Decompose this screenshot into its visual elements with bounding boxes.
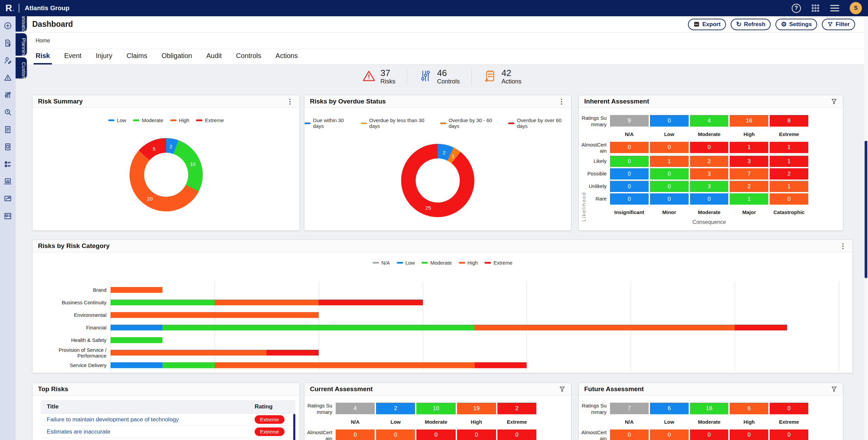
bar-segment-moderate[interactable]	[162, 362, 214, 368]
matrix-cell[interactable]: 2	[730, 181, 768, 192]
tab-obligation[interactable]: Obligation	[161, 52, 192, 64]
kebab-menu-icon[interactable]: ⋮	[839, 243, 847, 249]
matrix-cell[interactable]: 2	[770, 168, 808, 179]
matrix-cell[interactable]: 1	[650, 156, 689, 167]
matrix-cell[interactable]: 0	[610, 142, 649, 153]
matrix-cell[interactable]: 1	[730, 142, 768, 153]
matrix-cell[interactable]: 0	[497, 429, 536, 440]
matrix-cell[interactable]: 0	[610, 181, 649, 192]
summary-cell[interactable]: 6	[730, 403, 768, 414]
sidebar-controls-icon[interactable]	[2, 90, 13, 100]
sidebar-group-custom[interactable]: Custom	[16, 57, 27, 78]
matrix-cell[interactable]: 0	[690, 142, 729, 153]
matrix-cell[interactable]: 0	[416, 429, 455, 440]
bar-segment-high[interactable]	[215, 362, 475, 368]
summary-cell[interactable]: 8	[770, 115, 808, 127]
tab-risk[interactable]: Risk	[36, 52, 50, 64]
bar-segment-high[interactable]	[475, 325, 735, 330]
matrix-cell[interactable]: 0	[457, 429, 496, 440]
summary-cell[interactable]: 10	[416, 403, 455, 414]
filter-funnel-icon[interactable]	[559, 386, 566, 393]
matrix-cell[interactable]: 0	[336, 429, 375, 440]
matrix-cell[interactable]: 0	[650, 168, 689, 179]
breadcrumb[interactable]: Home	[36, 38, 50, 44]
matrix-cell[interactable]: 0	[650, 181, 689, 192]
bar-segment-low[interactable]	[111, 325, 162, 330]
tab-injury[interactable]: Injury	[96, 52, 112, 64]
sidebar-reports-icon[interactable]	[2, 211, 13, 222]
bar-segment-low[interactable]	[111, 362, 162, 368]
matrix-cell[interactable]: 1	[770, 142, 808, 153]
bar-segment-high[interactable]	[215, 300, 319, 305]
filter-funnel-icon[interactable]	[831, 386, 837, 393]
matrix-cell[interactable]: 3	[690, 168, 729, 179]
matrix-cell[interactable]: 0	[610, 429, 649, 440]
tab-controls[interactable]: Controls	[236, 52, 261, 64]
matrix-cell[interactable]: 7	[730, 168, 768, 179]
user-avatar[interactable]: S	[850, 2, 862, 14]
matrix-cell[interactable]: 0	[650, 142, 689, 153]
matrix-cell[interactable]: 3	[690, 181, 729, 192]
sidebar-review-icon[interactable]	[2, 107, 13, 118]
matrix-cell[interactable]: 0	[610, 156, 649, 167]
sidebar-tasks-icon[interactable]	[2, 159, 13, 170]
bar-segment-extreme[interactable]	[319, 300, 423, 305]
summary-cell[interactable]: 19	[457, 403, 496, 414]
bar-segment-moderate[interactable]	[111, 337, 162, 343]
bar-segment-high[interactable]	[111, 287, 162, 293]
summary-cell[interactable]: 4	[336, 403, 375, 414]
filter-button[interactable]: Filter	[822, 19, 855, 30]
sidebar-add-icon[interactable]	[2, 20, 13, 31]
hamburger-menu-icon[interactable]	[830, 4, 840, 12]
sidebar-document-icon[interactable]	[2, 124, 13, 135]
sidebar-policy-icon[interactable]	[2, 141, 13, 152]
bar-segment-extreme[interactable]	[475, 362, 527, 368]
matrix-cell[interactable]: 0	[770, 429, 808, 440]
sidebar-analytics-icon[interactable]	[2, 176, 13, 187]
bar-segment-moderate[interactable]	[111, 300, 215, 305]
kebab-menu-icon[interactable]: ⋮	[286, 98, 294, 105]
bar-segment-high[interactable]	[111, 350, 267, 356]
risk-title-link[interactable]: Estimates are inaccurate	[41, 428, 255, 435]
matrix-cell[interactable]: 0	[770, 193, 808, 205]
tab-actions[interactable]: Actions	[276, 52, 298, 64]
sidebar-risk-icon[interactable]	[2, 72, 13, 83]
bar-segment-moderate[interactable]	[162, 325, 475, 330]
refresh-button[interactable]: ↻ Refresh	[731, 19, 771, 30]
summary-cell[interactable]: 0	[650, 115, 689, 127]
bar-segment-high[interactable]	[111, 312, 319, 318]
sidebar-group-planning[interactable]: Planning	[16, 33, 27, 56]
matrix-cell[interactable]: 0	[690, 429, 729, 440]
risk-title-link[interactable]: Failure to maintain development pace of …	[41, 416, 255, 423]
sidebar-performance-icon[interactable]	[2, 193, 13, 204]
matrix-cell[interactable]: 0	[730, 429, 768, 440]
export-button[interactable]: PDF Export	[688, 19, 726, 30]
filter-funnel-icon[interactable]	[831, 98, 837, 105]
tab-event[interactable]: Event	[64, 52, 81, 64]
help-icon[interactable]: ?	[792, 4, 801, 13]
page-scrollbar-track[interactable]	[864, 16, 868, 440]
matrix-cell[interactable]: 3	[730, 156, 768, 167]
logo[interactable]: R.	[5, 3, 15, 14]
sidebar-user-edit-icon[interactable]	[2, 55, 13, 66]
matrix-cell[interactable]: 1	[770, 181, 808, 192]
summary-cell[interactable]: 7	[610, 403, 649, 414]
matrix-cell[interactable]: 0	[650, 429, 689, 440]
summary-cell[interactable]: 0	[770, 403, 808, 414]
bar-segment-extreme[interactable]	[735, 325, 787, 330]
summary-cell[interactable]: 2	[376, 403, 415, 414]
summary-cell[interactable]: 4	[690, 115, 729, 127]
table-scrollbar-thumb[interactable]	[293, 414, 295, 440]
matrix-cell[interactable]: 0	[610, 193, 649, 205]
summary-cell[interactable]: 16	[730, 115, 768, 127]
matrix-cell[interactable]: 1	[730, 193, 768, 205]
apps-grid-icon[interactable]	[811, 4, 820, 13]
matrix-cell[interactable]: 0	[650, 193, 689, 205]
bar-segment-extreme[interactable]	[267, 350, 318, 356]
matrix-cell[interactable]: 1	[770, 156, 808, 167]
tab-audit[interactable]: Audit	[206, 52, 222, 64]
sidebar-register-icon[interactable]	[2, 38, 13, 49]
summary-cell[interactable]: 6	[650, 403, 689, 414]
summary-cell[interactable]: 2	[497, 403, 536, 414]
summary-cell[interactable]: 9	[610, 115, 649, 127]
